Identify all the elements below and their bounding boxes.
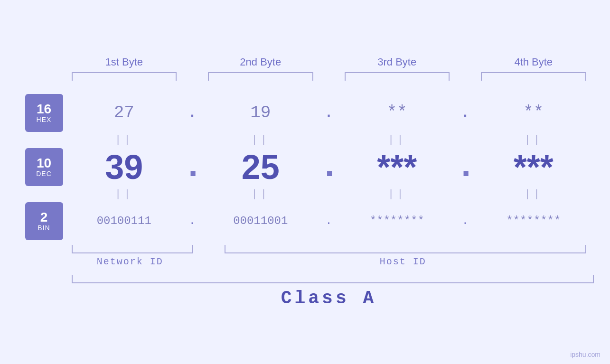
sep1-dec-bin: || [68, 188, 181, 200]
dec-b4: *** [514, 148, 554, 186]
sep2-dec-bin: || [204, 188, 317, 200]
sep4-dec-bin: || [477, 188, 590, 200]
sep4-hex-dec: || [477, 134, 590, 146]
dot2-dec: . [317, 148, 342, 187]
byte2-header: 2nd Byte [204, 56, 317, 68]
bin-b3: ******** [370, 215, 424, 227]
network-id-label: Network ID [68, 256, 193, 267]
hex-b1: 27 [114, 103, 134, 122]
dot1-bin: . [187, 215, 198, 227]
main-container: 1st Byte 2nd Byte 3rd Byte 4th Byte 16 H… [20, 56, 590, 308]
sep2-hex-dec: || [204, 134, 317, 146]
sep3-dec-bin: || [341, 188, 454, 200]
dot2-bin: . [323, 215, 334, 227]
dec-b1: 39 [105, 148, 143, 186]
dec-b2: 25 [242, 148, 280, 186]
byte3-header: 3rd Byte [341, 56, 454, 68]
dot1-dec: . [180, 148, 206, 187]
sep3-hex-dec: || [341, 134, 454, 146]
hex-b3: ** [387, 103, 407, 122]
dot2-hex: . [321, 103, 337, 122]
byte1-header: 1st Byte [68, 56, 181, 68]
bin-b1: 00100111 [97, 215, 151, 227]
bin-badge: 2 BIN [25, 202, 63, 240]
dot3-hex: . [458, 103, 473, 122]
hex-badge: 16 HEX [25, 94, 63, 132]
hex-b4: ** [523, 103, 544, 122]
byte4-header: 4th Byte [477, 56, 590, 68]
host-id-label: Host ID [216, 256, 590, 267]
dec-b3: *** [377, 148, 417, 186]
class-label: Class A [68, 288, 590, 308]
dot1-hex: . [185, 103, 200, 122]
dot3-dec: . [453, 148, 479, 187]
dot3-bin: . [460, 215, 471, 227]
sep1-hex-dec: || [68, 134, 181, 146]
hex-b2: 19 [250, 103, 271, 122]
dec-badge: 10 DEC [25, 148, 63, 186]
watermark: ipshu.com [570, 351, 601, 358]
bin-b4: ******** [506, 215, 561, 227]
bin-b2: 00011001 [233, 215, 288, 227]
